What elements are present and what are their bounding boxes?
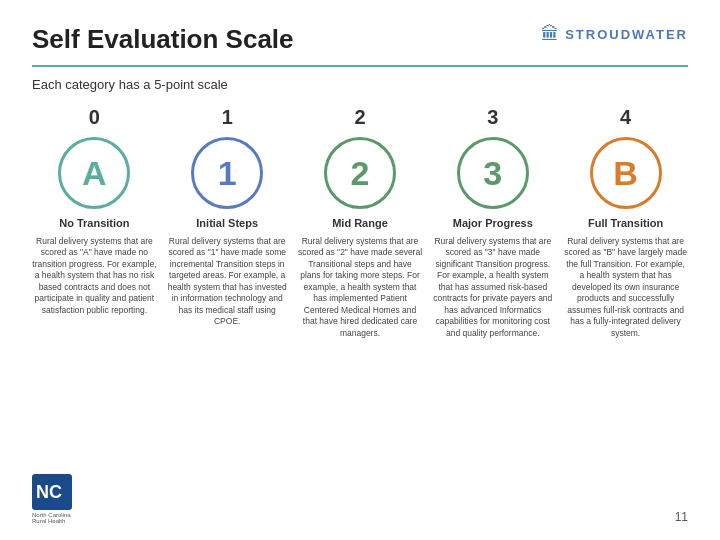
scale-col-0: 0ANo TransitionRural delivery systems th… — [32, 106, 157, 468]
page: Self Evaluation Scale 🏛 Stroudwater Each… — [0, 0, 720, 540]
footer-logo: NC North CarolinaRural Health — [32, 474, 72, 524]
col-label-0: No Transition — [59, 217, 129, 229]
header: Self Evaluation Scale 🏛 Stroudwater — [32, 24, 688, 55]
col-label-2: Mid Range — [332, 217, 388, 229]
circle-1: 1 — [191, 137, 263, 209]
score-number-2: 2 — [354, 106, 365, 129]
circle-0: A — [58, 137, 130, 209]
col-desc-2: Rural delivery systems that are scored a… — [298, 236, 423, 339]
col-desc-4: Rural delivery systems that are scored a… — [563, 236, 688, 339]
col-desc-1: Rural delivery systems that are scored a… — [165, 236, 290, 328]
col-label-3: Major Progress — [453, 217, 533, 229]
score-number-4: 4 — [620, 106, 631, 129]
circle-2: 2 — [324, 137, 396, 209]
circle-3: 3 — [457, 137, 529, 209]
score-number-0: 0 — [89, 106, 100, 129]
logo-area: 🏛 Stroudwater — [541, 24, 688, 45]
col-desc-0: Rural delivery systems that are scored a… — [32, 236, 157, 316]
col-label-4: Full Transition — [588, 217, 663, 229]
circle-4: B — [590, 137, 662, 209]
scale-col-1: 11Initial StepsRural delivery systems th… — [165, 106, 290, 468]
scale-row: 0ANo TransitionRural delivery systems th… — [32, 106, 688, 468]
col-desc-3: Rural delivery systems that are scored a… — [430, 236, 555, 339]
page-number: 11 — [675, 510, 688, 524]
scale-col-2: 22Mid RangeRural delivery systems that a… — [298, 106, 423, 468]
footer: NC North CarolinaRural Health 11 — [32, 474, 688, 524]
scale-col-4: 4BFull TransitionRural delivery systems … — [563, 106, 688, 468]
nc-logo: NC — [32, 474, 72, 510]
col-label-1: Initial Steps — [196, 217, 258, 229]
divider — [32, 65, 688, 67]
scale-col-3: 33Major ProgressRural delivery systems t… — [430, 106, 555, 468]
svg-text:NC: NC — [36, 482, 62, 502]
subtitle: Each category has a 5-point scale — [32, 77, 688, 92]
footer-org-text: North CarolinaRural Health — [32, 512, 71, 524]
score-number-3: 3 — [487, 106, 498, 129]
score-number-1: 1 — [222, 106, 233, 129]
page-title: Self Evaluation Scale — [32, 24, 294, 55]
logo-icon: 🏛 — [541, 24, 559, 45]
logo-text: Stroudwater — [565, 27, 688, 42]
